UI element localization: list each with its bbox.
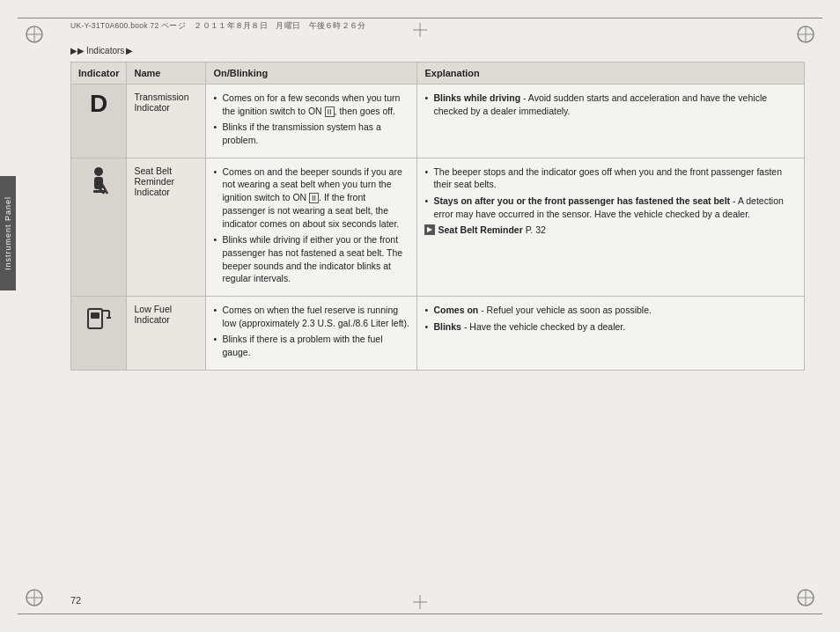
fuel-indicator-icon: [85, 304, 113, 332]
svg-point-14: [94, 167, 103, 176]
footer-line: [18, 614, 822, 614]
breadcrumb-suffix: ▶: [126, 46, 133, 55]
corner-decoration-br: [796, 588, 815, 607]
header-line-top: [18, 18, 822, 18]
on-blinking-cell-transmission: Comes on for a few seconds when you turn…: [206, 85, 417, 158]
col-header-name: Name: [127, 62, 206, 85]
list-item: Stays on after you or the front passenge…: [424, 195, 797, 220]
on-blinking-cell-fuel: Comes on when the fuel reserve is runnin…: [206, 296, 417, 370]
content-area: Indicator Name On/Blinking Explanation D…: [70, 62, 805, 579]
seatbelt-indicator-icon: [85, 165, 113, 197]
list-item: Blinks if the transmission system has a …: [213, 121, 409, 146]
list-item: The beeper stops and the indicator goes …: [424, 165, 797, 191]
name-cell-fuel: Low FuelIndicator: [127, 296, 206, 370]
seatbelt-indicator-name: Seat BeltReminderIndicator: [134, 165, 174, 197]
name-cell-seatbelt: Seat BeltReminderIndicator: [127, 158, 206, 296]
indicator-table: Indicator Name On/Blinking Explanation D…: [70, 62, 805, 371]
corner-decoration-tr: [796, 25, 815, 44]
on-blinking-cell-seatbelt: Comes on and the beeper sounds if you ar…: [206, 158, 417, 296]
transmission-indicator-name: TransmissionIndicator: [134, 92, 188, 113]
col-header-on-blinking: On/Blinking: [206, 62, 417, 85]
table-row: Seat BeltReminderIndicator Comes on and …: [71, 158, 805, 296]
svg-rect-20: [91, 312, 99, 319]
side-tab: Instrument Panel: [0, 176, 16, 290]
indicator-cell-seatbelt: [71, 158, 127, 296]
page: UK-Y-31T0A600.book 72 ページ ２０１１年８月８日 月曜日 …: [0, 0, 840, 632]
d-indicator-icon: D: [78, 92, 119, 116]
page-number: 72: [70, 595, 81, 606]
svg-rect-18: [93, 190, 106, 193]
breadcrumb-label: Indicators: [86, 46, 124, 55]
explanation-cell-transmission: Blinks while driving - Avoid sudden star…: [417, 85, 805, 158]
indicator-cell-transmission: D: [71, 85, 127, 158]
ref-text: Seat Belt Reminder P. 32: [438, 224, 545, 235]
seat-belt-reference: ▶ Seat Belt Reminder P. 32: [424, 224, 797, 235]
corner-decoration-bl: [25, 588, 44, 607]
ref-icon: ▶: [424, 224, 435, 235]
list-item: Comes on and the beeper sounds if you ar…: [213, 165, 409, 230]
fuel-indicator-name: Low FuelIndicator: [134, 304, 172, 325]
col-header-indicator: Indicator: [71, 62, 127, 85]
list-item: Blinks while driving if either you or th…: [213, 233, 409, 285]
col-header-explanation: Explanation: [417, 62, 805, 85]
crosshair-bottom: [413, 595, 427, 609]
corner-decoration-tl: [25, 25, 44, 44]
list-item: Blinks while driving - Avoid sudden star…: [424, 92, 797, 117]
list-item: Comes on when the fuel reserve is runnin…: [213, 304, 409, 329]
list-item: Comes on - Refuel your vehicle as soon a…: [424, 304, 797, 317]
breadcrumb-prefix: ▶▶: [70, 46, 85, 55]
page-meta: UK-Y-31T0A600.book 72 ページ ２０１１年８月８日 月曜日 …: [70, 21, 366, 32]
table-row: Low FuelIndicator Comes on when the fuel…: [71, 296, 805, 370]
side-tab-label: Instrument Panel: [4, 196, 12, 270]
table-row: D TransmissionIndicator Comes on for a f…: [71, 85, 805, 158]
explanation-cell-fuel: Comes on - Refuel your vehicle as soon a…: [417, 296, 805, 370]
list-item: Blinks - Have the vehicle checked by a d…: [424, 320, 797, 334]
indicator-cell-fuel: [71, 296, 127, 370]
name-cell-transmission: TransmissionIndicator: [127, 85, 206, 158]
crosshair-top: [413, 23, 427, 37]
list-item: Blinks if there is a problem with the fu…: [213, 333, 409, 358]
breadcrumb: ▶▶ Indicators ▶: [70, 46, 133, 55]
list-item: Comes on for a few seconds when you turn…: [213, 92, 409, 117]
explanation-cell-seatbelt: The beeper stops and the indicator goes …: [417, 158, 805, 296]
